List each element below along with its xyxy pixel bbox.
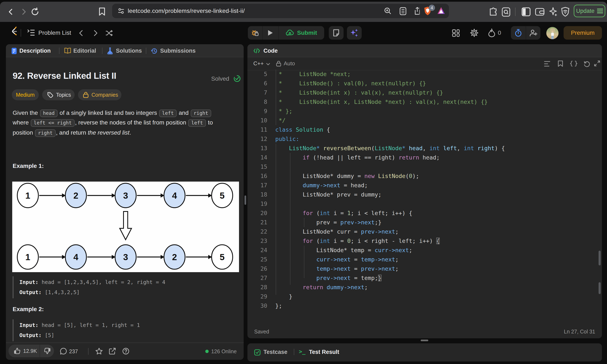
line-number: 21 <box>247 218 267 227</box>
difficulty-badge[interactable]: Medium <box>12 89 39 100</box>
timer-button[interactable] <box>511 29 526 37</box>
code-line: * ListNode() : val(0), next(nullptr) {} <box>275 79 426 88</box>
settings-gear-icon[interactable] <box>470 29 478 37</box>
topics-label: Topics <box>56 92 71 98</box>
tab-solutions[interactable]: Solutions <box>116 48 142 54</box>
code-line: dummy->next = head; <box>275 181 368 190</box>
code-line: return dummy->next; <box>275 283 368 292</box>
forward-icon[interactable] <box>19 8 28 16</box>
panel-resize-handle-horizontal[interactable] <box>421 339 428 341</box>
line-number: 22 <box>247 227 267 236</box>
svg-text:5: 5 <box>220 191 224 201</box>
thumbs-down-icon[interactable] <box>44 348 51 354</box>
tag-icon <box>47 92 53 98</box>
run-submit-group: Submit <box>248 26 324 39</box>
code-line: }; <box>275 301 282 311</box>
line-number: 6 <box>247 79 267 88</box>
svg-text:2: 2 <box>172 252 177 262</box>
run-button[interactable] <box>263 29 278 36</box>
terminal-icon: >_ <box>299 348 305 355</box>
reload-icon[interactable] <box>30 7 40 16</box>
leetcode-navbar: Problem List Submit <box>0 22 607 44</box>
collaborate-button[interactable] <box>526 29 541 37</box>
shuffle-icon[interactable] <box>106 30 113 36</box>
vpn-shield-icon[interactable] <box>561 7 569 17</box>
share-icon[interactable] <box>414 7 421 15</box>
line-number: 30 <box>247 301 267 311</box>
help-icon[interactable] <box>122 348 129 355</box>
ai-assistant-button[interactable] <box>347 26 362 39</box>
reader-mode-icon[interactable] <box>400 7 406 15</box>
layout-icon[interactable] <box>452 29 460 37</box>
comments-icon[interactable] <box>60 348 67 355</box>
avatar[interactable] <box>546 27 558 39</box>
leetcode-logo[interactable] <box>11 26 17 35</box>
extensions-icon[interactable] <box>489 8 498 16</box>
tab-submissions[interactable]: Submissions <box>160 48 196 54</box>
bookmark-icon[interactable] <box>99 7 106 16</box>
tab-code[interactable]: Code <box>264 48 278 54</box>
fullscreen-icon[interactable] <box>594 60 600 66</box>
cloud-upload-icon <box>286 30 294 36</box>
notes-button[interactable] <box>329 26 343 39</box>
code-line: temp->next = prev->next; <box>275 264 398 273</box>
address-bar[interactable]: leetcode.com/problems/reverse-linked-lis… <box>112 4 449 18</box>
share-solution-icon[interactable] <box>109 348 116 355</box>
streak-flame-icon[interactable] <box>488 28 495 38</box>
chevron-down-icon <box>266 63 270 66</box>
testcase-panel: Testcase >_ Test Result <box>247 343 602 362</box>
line-number: 7 <box>247 88 267 97</box>
online-count: 126 Online <box>211 348 237 354</box>
wallet-icon[interactable] <box>535 7 545 16</box>
auto-label[interactable]: Auto <box>284 60 295 67</box>
companies-badge[interactable]: Companies <box>78 89 121 100</box>
tab-search-icon[interactable] <box>501 7 511 17</box>
problem-list-icon[interactable] <box>27 29 35 36</box>
site-settings-icon[interactable] <box>118 8 125 14</box>
line-number: 25 <box>247 255 267 264</box>
submit-button[interactable]: Submit <box>279 29 324 36</box>
premium-button[interactable]: Premium <box>564 26 602 39</box>
zoom-icon[interactable] <box>384 7 392 15</box>
next-problem-icon[interactable] <box>93 29 98 37</box>
stopwatch-icon <box>515 29 522 37</box>
svg-text:2: 2 <box>73 191 78 201</box>
code-line: for (int i = 0; i < right - left; i++) { <box>275 236 440 246</box>
thumbs-up-icon[interactable] <box>13 348 21 354</box>
tab-editorial[interactable]: Editorial <box>73 48 96 54</box>
format-icon[interactable] <box>544 61 551 67</box>
bookmark-code-icon[interactable] <box>558 60 563 67</box>
problem-list-link[interactable]: Problem List <box>38 29 71 36</box>
scrollbar-thumb[interactable] <box>599 251 601 265</box>
line-number: 15 <box>247 162 267 171</box>
update-button[interactable]: Update <box>574 5 605 17</box>
code-line: public: <box>275 134 299 144</box>
tab-description[interactable]: Description <box>19 48 51 54</box>
topics-badge[interactable]: Topics <box>42 89 75 100</box>
note-icon <box>333 29 339 37</box>
auto-lock-icon <box>276 61 281 66</box>
tab-test-result[interactable]: Test Result <box>309 349 339 355</box>
star-icon[interactable] <box>95 348 103 355</box>
line-number: 11 <box>247 125 267 134</box>
sidebar-icon[interactable] <box>521 7 531 16</box>
back-icon[interactable] <box>7 8 15 16</box>
code-line: ListNode* dummy = new ListNode(0); <box>275 171 419 181</box>
tab-testcase[interactable]: Testcase <box>264 349 288 355</box>
menu-icon <box>597 8 603 13</box>
prev-problem-icon[interactable] <box>79 29 83 37</box>
line-number: 14 <box>247 153 267 162</box>
debug-button[interactable] <box>248 29 262 37</box>
code-editor[interactable]: 5 * ListNode *next;6 * ListNode() : val(… <box>247 70 602 327</box>
line-number: 13 <box>247 144 267 153</box>
language-selector[interactable]: C++ <box>253 60 264 67</box>
panel-resize-handle-vertical[interactable] <box>244 195 246 205</box>
brave-rewards-icon[interactable] <box>437 6 446 15</box>
reset-icon[interactable] <box>583 60 590 67</box>
scrollbar-thumb-2[interactable] <box>599 282 601 294</box>
vote-group: 12.9K <box>8 345 54 357</box>
solutions-icon <box>107 47 113 54</box>
braces-icon[interactable] <box>570 61 578 66</box>
leo-ai-icon[interactable] <box>548 7 558 17</box>
svg-text:4: 4 <box>73 252 79 262</box>
